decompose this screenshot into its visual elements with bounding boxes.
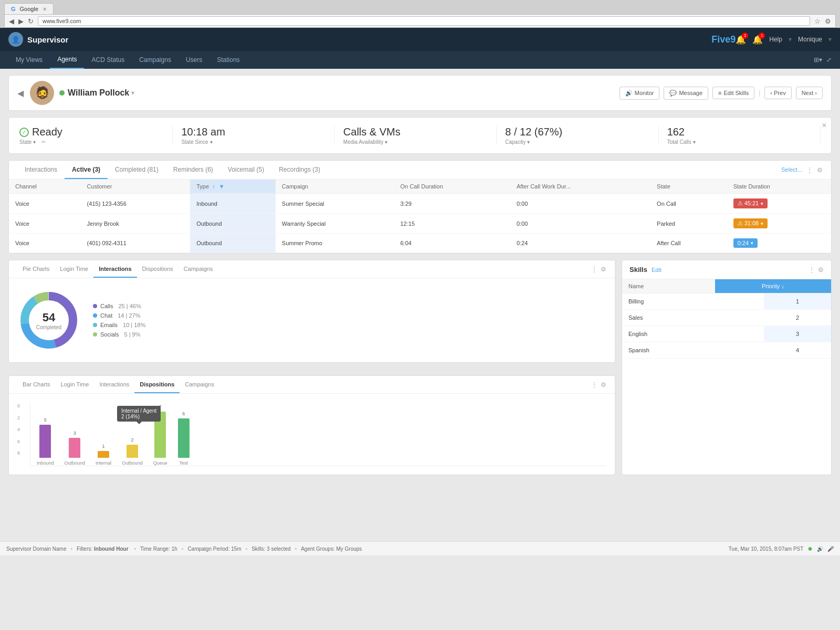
- refresh-icon[interactable]: ↻: [28, 17, 34, 25]
- col-campaign[interactable]: Campaign: [276, 180, 394, 194]
- close-icon[interactable]: ✕: [43, 6, 47, 12]
- tab-active[interactable]: Active (3): [65, 161, 108, 179]
- back-button[interactable]: ◀: [17, 88, 24, 98]
- stat-capacity-label[interactable]: Capacity ▾: [505, 139, 649, 145]
- bar-group[interactable]: 3 Outbound: [65, 430, 86, 466]
- total-calls-dropdown-icon[interactable]: ▾: [693, 139, 696, 145]
- tab-completed[interactable]: Completed (81): [108, 161, 166, 179]
- help-button[interactable]: Help: [769, 36, 782, 43]
- tab-pie-charts[interactable]: Pie Charts: [17, 260, 55, 278]
- skill-row[interactable]: Sales 2: [622, 310, 831, 326]
- notification-bell-icon[interactable]: 🔔 2: [736, 35, 746, 45]
- user-menu-button[interactable]: Monique: [798, 36, 822, 43]
- tab-reminders[interactable]: Reminders (6): [166, 161, 220, 179]
- star-icon[interactable]: ☆: [814, 17, 821, 25]
- tab-actions: Select... ⋮ ⚙: [781, 166, 823, 174]
- pie-settings-icon[interactable]: ⚙: [601, 266, 606, 273]
- more-options-icon[interactable]: ⋮: [806, 166, 813, 174]
- duration-badge[interactable]: ⚠ 31:08 ▾: [733, 218, 768, 228]
- settings-icon[interactable]: ⚙: [825, 17, 831, 25]
- table-row[interactable]: Voice Jenny Brook Outbound Warranty Spec…: [9, 214, 831, 234]
- tab-voicemail[interactable]: Voicemail (5): [220, 161, 271, 179]
- skills-more-icon[interactable]: ⋮: [808, 266, 815, 274]
- skill-row[interactable]: Billing 1: [622, 293, 831, 310]
- col-state[interactable]: State: [650, 180, 727, 194]
- tab-interactions[interactable]: Interactions: [17, 161, 65, 179]
- back-nav-icon[interactable]: ◀: [9, 17, 14, 25]
- interactions-table: Channel Customer Type ↑ ▼ Campaign On Ca…: [9, 180, 831, 253]
- capacity-dropdown-icon[interactable]: ▾: [527, 139, 530, 145]
- tab-dispositions-bar[interactable]: Dispositions: [134, 376, 180, 393]
- state-dropdown-icon[interactable]: ▾: [33, 139, 36, 145]
- separator: |: [759, 89, 760, 97]
- stat-media-label[interactable]: Media Availability ▾: [343, 139, 488, 145]
- tab-login-time-bar[interactable]: Login Time: [56, 376, 94, 393]
- duration-badge[interactable]: ⚠ 45:21 ▾: [733, 198, 768, 208]
- table-row[interactable]: Voice (401) 092-4311 Outbound Summer Pro…: [9, 234, 831, 253]
- skill-row[interactable]: English 3: [622, 326, 831, 342]
- time-dropdown-icon[interactable]: ▾: [210, 139, 213, 145]
- tab-campaigns-pie[interactable]: Campaigns: [178, 260, 218, 278]
- tab-interactions-bar[interactable]: Interactions: [94, 376, 134, 393]
- forward-nav-icon[interactable]: ▶: [18, 17, 24, 25]
- pie-more-icon[interactable]: ⋮: [591, 266, 597, 273]
- media-dropdown-icon[interactable]: ▾: [385, 139, 387, 145]
- nav-campaigns[interactable]: Campaigns: [132, 51, 178, 69]
- tab-bar-charts[interactable]: Bar Charts: [17, 376, 56, 393]
- tab-dispositions-pie[interactable]: Dispositions: [137, 260, 178, 278]
- col-type[interactable]: Type ↑ ▼: [190, 180, 276, 194]
- monitor-button[interactable]: 🔊 Monitor: [620, 87, 660, 100]
- col-acw[interactable]: After Call Work Dur...: [510, 180, 650, 194]
- skill-name: Spanish: [622, 342, 764, 359]
- select-action[interactable]: Select...: [781, 166, 802, 174]
- stat-time-label[interactable]: State Since ▾: [181, 139, 326, 145]
- state-edit-icon[interactable]: ✏: [41, 139, 46, 145]
- col-channel[interactable]: Channel: [9, 180, 81, 194]
- skills-settings-icon[interactable]: ⚙: [818, 266, 824, 274]
- skills-filter: Skills: 3 selected: [251, 546, 290, 552]
- skills-col-name[interactable]: Name: [622, 279, 715, 293]
- skill-row[interactable]: Spanish 4: [622, 342, 831, 359]
- col-state-duration[interactable]: State Duration: [727, 180, 831, 194]
- skills-edit-button[interactable]: Edit: [652, 267, 662, 273]
- bar-group[interactable]: 1 Internal: [96, 444, 111, 466]
- message-button[interactable]: 💬 Message: [664, 87, 708, 100]
- skills-scroll[interactable]: Billing 1 Sales 2 English 3 Spanish 4: [622, 293, 831, 359]
- nav-stations[interactable]: Stations: [209, 51, 247, 69]
- nav-acd-status[interactable]: ACD Status: [84, 51, 132, 69]
- url-bar[interactable]: www.five9.com: [38, 16, 810, 26]
- tab-recordings[interactable]: Recordings (3): [271, 161, 328, 179]
- agent-name-dropdown-icon[interactable]: ▾: [131, 89, 134, 97]
- bar-settings-icon[interactable]: ⚙: [601, 381, 606, 388]
- table-row[interactable]: Voice (415) 123-4356 Inbound Summer Spec…: [9, 194, 831, 214]
- settings-icon[interactable]: ⚙: [817, 166, 823, 174]
- grid-view-icon[interactable]: ⊞▾: [814, 56, 822, 64]
- monitor-icon: 🔊: [625, 90, 633, 97]
- stat-state-label[interactable]: State ▾ ✏: [19, 139, 164, 145]
- tab-campaigns-bar[interactable]: Campaigns: [180, 376, 219, 393]
- tab-interactions-pie[interactable]: Interactions: [93, 260, 136, 278]
- speaker-icon[interactable]: 🔊: [817, 546, 823, 552]
- bar-more-icon[interactable]: ⋮: [591, 381, 597, 388]
- bar-group[interactable]: 5 Inbound: [37, 417, 54, 466]
- skills-col-priority[interactable]: Priority ↓: [715, 279, 831, 293]
- nav-my-views[interactable]: My Views: [8, 51, 50, 69]
- bar-group[interactable]: 6 Test: [178, 411, 190, 466]
- nav-agents[interactable]: Agents: [50, 51, 84, 69]
- cell-customer: (401) 092-4311: [81, 234, 191, 253]
- stats-close-icon[interactable]: ✕: [822, 122, 827, 129]
- expand-icon[interactable]: ⤢: [826, 56, 832, 64]
- bar-group[interactable]: 2 Outbound: [122, 437, 143, 466]
- stat-total-calls-label[interactable]: Total Calls ▾: [667, 139, 812, 145]
- edit-skills-button[interactable]: ≡ Edit Skills: [712, 87, 754, 99]
- mic-icon[interactable]: 🎤: [827, 546, 834, 552]
- next-button[interactable]: Next ›: [796, 87, 823, 99]
- col-on-call[interactable]: On Call Duration: [394, 180, 510, 194]
- browser-tab[interactable]: G Google ✕: [4, 3, 54, 14]
- alert-icon[interactable]: 🔔 1: [752, 35, 763, 45]
- col-customer[interactable]: Customer: [81, 180, 191, 194]
- tab-login-time[interactable]: Login Time: [55, 260, 93, 278]
- prev-button[interactable]: ‹ Prev: [764, 87, 791, 99]
- nav-users[interactable]: Users: [178, 51, 209, 69]
- duration-badge[interactable]: 0:24 ▾: [733, 238, 758, 248]
